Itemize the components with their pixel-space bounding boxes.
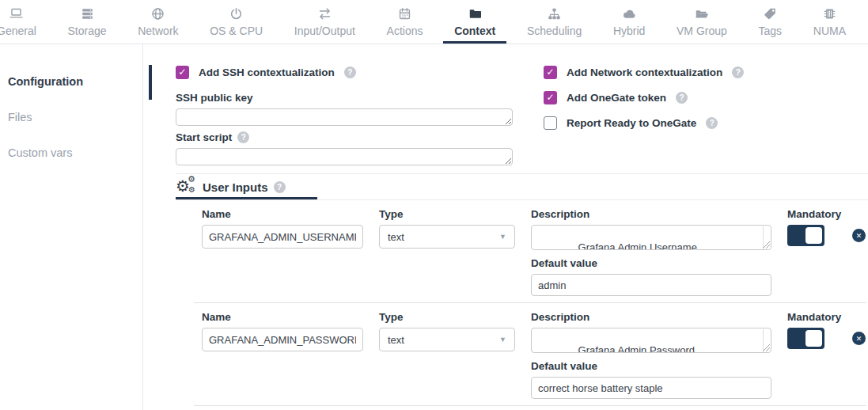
start-script-input[interactable]: [176, 148, 513, 165]
help-icon[interactable]: ?: [237, 131, 249, 143]
default-value-label: Default value: [531, 360, 771, 372]
user-inputs-title: User Inputs: [203, 180, 268, 194]
network-contextualization-checkbox[interactable]: ✓: [544, 66, 557, 79]
default-value-label: Default value: [531, 257, 771, 269]
context-sidebar: Configuration Files Custom vars: [0, 44, 143, 410]
name-column-label: Name: [202, 311, 363, 323]
mandatory-toggle[interactable]: [787, 328, 824, 349]
sitemap-icon: [547, 6, 562, 21]
name-column-label: Name: [202, 208, 363, 220]
start-script-label: Start script: [176, 131, 232, 143]
tab-context[interactable]: Context: [443, 0, 506, 44]
sidebar-item-label: Files: [8, 111, 32, 123]
tab-hybrid[interactable]: Hybrid: [602, 0, 656, 44]
help-icon[interactable]: ?: [274, 181, 286, 193]
tab-label: General: [0, 25, 36, 37]
help-icon[interactable]: ?: [706, 117, 718, 129]
delete-row-icon[interactable]: ✕: [852, 229, 866, 242]
server-icon: [80, 6, 95, 21]
onegate-token-checkbox[interactable]: ✓: [544, 91, 557, 104]
sidebar-item-custom-vars[interactable]: Custom vars: [8, 139, 142, 166]
gears-icon: ⚙⚙⚙: [176, 177, 197, 196]
wizard-tab-bar: General Storage Network OS & CPU Input/O…: [0, 0, 868, 44]
tab-input-output[interactable]: Input/Output: [283, 0, 366, 44]
tag-icon: [763, 6, 778, 21]
description-text: Grafana: [578, 241, 616, 250]
resize-grip-icon[interactable]: [763, 241, 770, 249]
user-inputs-list: Name Type text ▼ Description Grafana A: [194, 200, 866, 406]
type-column-label: Type: [379, 311, 515, 323]
type-column-label: Type: [379, 208, 515, 220]
tab-storage[interactable]: Storage: [56, 0, 117, 44]
description-text: Grafana: [578, 344, 616, 353]
tab-label: Storage: [67, 25, 106, 37]
tab-actions[interactable]: Actions: [376, 0, 434, 44]
tab-label: Hybrid: [613, 25, 645, 37]
default-value-input[interactable]: [531, 377, 771, 399]
user-input-row: Name Type text ▼ Description Grafana A: [194, 302, 866, 405]
tab-label: Network: [138, 25, 178, 37]
mandatory-column-label: Mandatory: [787, 311, 866, 323]
toggle-knob: [805, 330, 822, 347]
tab-network[interactable]: Network: [127, 0, 189, 44]
type-select-value: text: [388, 231, 404, 243]
description-column-label: Description: [531, 208, 771, 220]
mandatory-column-label: Mandatory: [787, 208, 866, 220]
sidebar-item-label: Configuration: [8, 75, 83, 88]
report-ready-label: Report Ready to OneGate: [567, 117, 696, 129]
tab-label: VM Group: [677, 25, 727, 37]
name-input[interactable]: [202, 328, 363, 351]
description-column-label: Description: [531, 311, 771, 323]
tab-scheduling[interactable]: Scheduling: [516, 0, 593, 44]
globe-icon: [150, 6, 165, 21]
configuration-panel: ✓ Add SSH contextualization ? SSH public…: [143, 44, 868, 410]
tab-tags[interactable]: Tags: [748, 0, 794, 44]
description-input[interactable]: Grafana Admin Username: [531, 225, 771, 250]
folder-open-icon: [694, 6, 709, 21]
user-input-row: Name Type text ▼ Description Grafana A: [194, 200, 866, 302]
user-inputs-tab[interactable]: ⚙⚙⚙ User Inputs ?: [176, 174, 317, 199]
ssh-contextualization-checkbox[interactable]: ✓: [176, 66, 189, 79]
power-icon: [229, 6, 244, 21]
sidebar-item-configuration[interactable]: Configuration: [8, 68, 142, 95]
chevron-down-icon: ▼: [499, 233, 506, 241]
description-text: Admin Password: [616, 344, 695, 353]
exchange-icon: [317, 6, 332, 21]
folder-icon: [468, 6, 483, 21]
toggle-knob: [805, 227, 822, 244]
help-icon[interactable]: ?: [676, 92, 688, 104]
microchip-icon: [822, 6, 837, 21]
ssh-public-key-label: SSH public key: [176, 92, 253, 104]
cloud-icon: [622, 6, 637, 21]
resize-grip-icon[interactable]: [763, 344, 770, 351]
tab-label: Context: [454, 25, 495, 37]
ssh-contextualization-label: Add SSH contextualization: [199, 66, 335, 78]
sidebar-item-label: Custom vars: [8, 146, 72, 159]
delete-row-icon[interactable]: ✕: [852, 332, 866, 345]
tab-vm-group[interactable]: VM Group: [665, 0, 738, 44]
help-icon[interactable]: ?: [344, 66, 356, 78]
type-select[interactable]: text ▼: [379, 225, 515, 249]
ssh-public-key-input[interactable]: [176, 108, 513, 126]
name-input[interactable]: [202, 225, 363, 249]
description-text: Admin Username: [616, 241, 697, 250]
user-inputs-header: ⚙⚙⚙ User Inputs ?: [176, 173, 868, 200]
tab-general[interactable]: General: [0, 0, 47, 44]
chevron-down-icon: ▼: [499, 336, 506, 344]
tab-label: NUMA: [813, 25, 846, 37]
network-contextualization-label: Add Network contextualization: [567, 66, 722, 78]
tab-os-cpu[interactable]: OS & CPU: [199, 0, 274, 44]
type-select[interactable]: text ▼: [379, 328, 515, 351]
type-select-value: text: [388, 334, 404, 346]
report-ready-checkbox[interactable]: [544, 116, 557, 130]
tab-label: Actions: [387, 25, 423, 37]
default-value-input[interactable]: [531, 274, 771, 296]
help-icon[interactable]: ?: [732, 66, 744, 78]
tab-numa[interactable]: NUMA: [802, 0, 857, 44]
onegate-token-label: Add OneGate token: [567, 92, 666, 104]
description-input[interactable]: Grafana Admin Password: [531, 328, 771, 353]
mandatory-toggle[interactable]: [787, 225, 824, 246]
sidebar-item-files[interactable]: Files: [8, 104, 142, 131]
tab-label: OS & CPU: [210, 25, 263, 37]
tab-label: Input/Output: [294, 25, 355, 37]
